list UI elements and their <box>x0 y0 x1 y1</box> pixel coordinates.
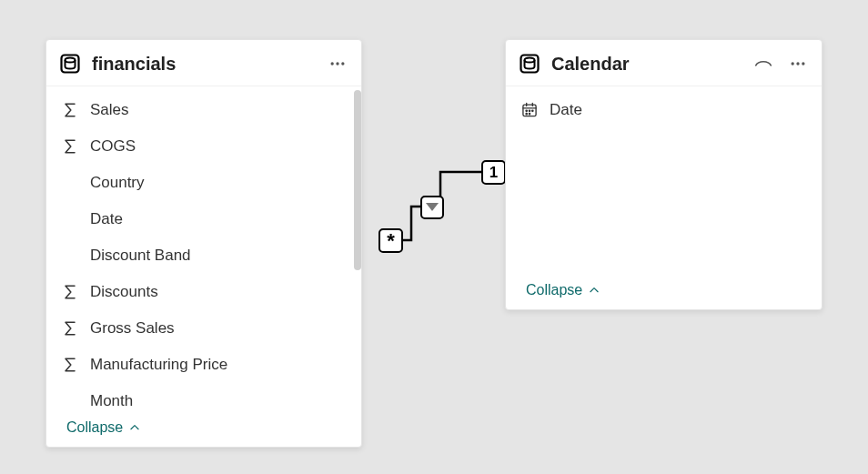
table-header: Calendar <box>506 40 822 86</box>
svg-point-21 <box>526 114 527 115</box>
relationship-direction-icon[interactable] <box>421 197 443 218</box>
table-card-financials[interactable]: financials Sales <box>45 39 362 448</box>
field-row[interactable]: COGS <box>46 128 361 165</box>
table-icon <box>59 53 81 75</box>
collapse-label: Collapse <box>66 419 123 436</box>
field-row[interactable]: Discount Band <box>46 237 361 274</box>
field-row[interactable]: Date <box>506 92 822 128</box>
field-row[interactable]: Month <box>46 383 361 412</box>
svg-point-11 <box>792 62 794 65</box>
collapse-button[interactable]: Collapse <box>506 275 822 309</box>
field-list: Sales COGS Country Date <box>46 86 361 412</box>
field-label: Discounts <box>90 283 158 301</box>
field-row[interactable]: Country <box>46 165 361 201</box>
sigma-icon <box>59 318 81 339</box>
table-icon <box>519 53 540 75</box>
svg-rect-1 <box>421 197 443 218</box>
table-card-calendar[interactable]: Calendar <box>505 39 823 310</box>
sigma-icon <box>59 99 81 121</box>
svg-point-19 <box>529 110 530 111</box>
field-label: Sales <box>90 101 129 119</box>
table-header: financials <box>46 40 361 86</box>
svg-point-12 <box>796 62 799 65</box>
field-row[interactable]: Gross Sales <box>46 310 361 347</box>
field-label: Date <box>550 101 582 119</box>
field-label: Discount Band <box>90 247 191 265</box>
chevron-up-icon <box>128 421 141 434</box>
svg-marker-2 <box>426 203 439 211</box>
more-options-button[interactable] <box>787 53 809 75</box>
calendar-icon <box>519 99 540 121</box>
field-label: COGS <box>90 137 136 156</box>
field-list: Date <box>506 86 822 128</box>
field-label: Manufacturing Price <box>90 356 227 374</box>
sigma-icon <box>59 354 81 376</box>
field-row[interactable]: Manufacturing Price <box>46 347 361 383</box>
field-row[interactable]: Date <box>46 201 361 237</box>
field-label: Country <box>90 174 145 192</box>
svg-point-10 <box>525 57 535 62</box>
svg-point-18 <box>526 110 527 111</box>
scrollbar[interactable] <box>354 90 361 270</box>
field-label: Month <box>90 392 133 410</box>
visibility-icon[interactable] <box>752 53 774 75</box>
cardinality-left: * <box>387 229 395 252</box>
sigma-icon <box>59 281 81 303</box>
table-title: Calendar <box>551 54 630 75</box>
field-label: Date <box>90 210 123 228</box>
svg-point-5 <box>66 57 76 62</box>
table-title: financials <box>92 54 176 75</box>
sigma-icon <box>59 136 81 157</box>
svg-point-20 <box>532 110 533 111</box>
chevron-up-icon <box>588 284 601 297</box>
svg-point-6 <box>331 62 334 65</box>
collapse-button[interactable]: Collapse <box>46 412 361 447</box>
field-row[interactable]: Sales <box>46 92 361 128</box>
more-options-button[interactable] <box>327 53 348 75</box>
svg-point-7 <box>336 62 338 65</box>
field-label: Gross Sales <box>90 319 175 338</box>
field-row[interactable]: Discounts <box>46 274 361 310</box>
cardinality-right: 1 <box>490 164 498 181</box>
collapse-label: Collapse <box>526 282 582 298</box>
svg-point-22 <box>529 114 530 115</box>
svg-point-13 <box>802 62 804 65</box>
svg-point-8 <box>341 62 344 65</box>
